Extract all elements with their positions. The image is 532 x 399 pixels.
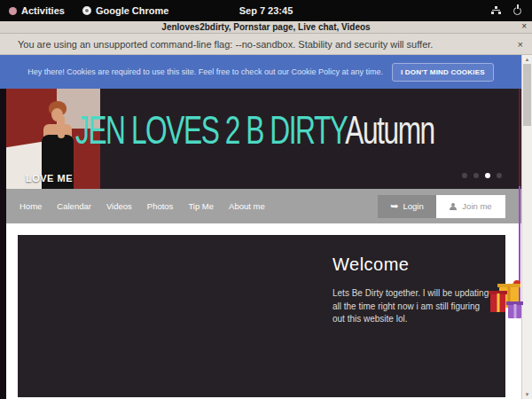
nav-item-photos[interactable]: Photos [147,201,174,211]
screen: Activities Google Chrome Sep 7 23:45 Jen… [0,0,532,399]
gift-string [519,89,520,301]
photo-figure-arm [58,115,65,138]
chrome-icon [82,6,91,15]
network-icon[interactable] [490,6,501,15]
site-title-accent: Autumn [345,108,434,152]
login-arrow-icon: ➥ [390,201,398,211]
carousel-dot[interactable] [473,173,479,178]
login-label: Login [403,201,423,211]
page: LOVE ME JEN LOVES 2 B DIRTYAutumn Home C… [6,89,521,399]
cookie-bar: Hey there! Cookies are required to use t… [0,55,521,89]
site-header: LOVE ME JEN LOVES 2 B DIRTYAutumn [6,89,521,189]
window-title: Jenloves2bdirty, Pornstar page, Live cha… [161,22,370,32]
sandbox-warning-message: You are using an unsupported command-lin… [0,39,433,50]
site-main: Welcome Lets Be Dirty together. I will b… [6,223,521,399]
activities-label: Activities [21,5,65,16]
cookie-accept-button[interactable]: I DON'T MIND COOKIES [392,63,494,82]
nav-item-tipme[interactable]: Tip Me [188,201,214,211]
nav-links: Home Calendar Videos Photos Tip Me About… [6,201,265,211]
site-title: JEN LOVES 2 B DIRTYAutumn [75,108,434,153]
activities-button[interactable]: Activities [0,0,74,21]
scrollbar[interactable]: ▲ ▼ [521,55,532,399]
desktop-top-bar: Activities Google Chrome Sep 7 23:45 [0,0,532,21]
welcome-section: Welcome Lets Be Dirty together. I will b… [332,254,492,326]
carousel-dot[interactable] [497,173,502,178]
welcome-text: Lets Be Dirty together. I will be updati… [332,287,492,326]
scroll-up-icon[interactable]: ▲ [522,57,532,62]
carousel-dot-active[interactable] [485,173,490,178]
header-carousel [462,173,502,178]
nav-actions: ➥ Login Join me [378,195,521,218]
gifts-widget-icon[interactable] [490,280,526,323]
nav-item-videos[interactable]: Videos [106,201,132,211]
carousel-dot[interactable] [462,173,467,178]
join-me-button[interactable]: Join me [436,195,505,218]
sandbox-warning-bar: You are using an unsupported command-lin… [0,34,532,55]
content-panel: Welcome Lets Be Dirty together. I will b… [18,235,505,397]
window-close-icon[interactable]: × [521,21,527,31]
photo-caption: LOVE ME [26,173,73,184]
site-title-main: JEN LOVES 2 B DIRTY [75,108,345,152]
activities-indicator-icon [9,7,17,15]
login-button[interactable]: ➥ Login [378,195,436,218]
chrome-app-menu[interactable]: Google Chrome [74,0,178,21]
site-area: LOVE ME JEN LOVES 2 B DIRTYAutumn Home C… [0,89,521,399]
nav-item-calendar[interactable]: Calendar [57,201,91,211]
chrome-app-label: Google Chrome [96,5,169,16]
person-icon [450,203,457,210]
infobar-close-icon[interactable]: × [518,39,523,50]
gift-purple-icon [508,304,521,318]
nav-item-home[interactable]: Home [20,201,42,211]
cookie-message: Hey there! Cookies are required to use t… [27,67,383,76]
join-me-label: Join me [462,201,491,211]
welcome-title: Welcome [332,254,492,275]
scroll-down-icon[interactable]: ▼ [522,392,532,397]
nav-item-aboutme[interactable]: About me [229,201,265,211]
power-icon[interactable] [513,7,521,15]
scrollbar-thumb[interactable] [523,64,531,126]
gift-red-icon [490,293,505,312]
site-nav: Home Calendar Videos Photos Tip Me About… [6,189,521,223]
window-title-bar: Jenloves2bdirty, Pornstar page, Live cha… [0,21,532,34]
